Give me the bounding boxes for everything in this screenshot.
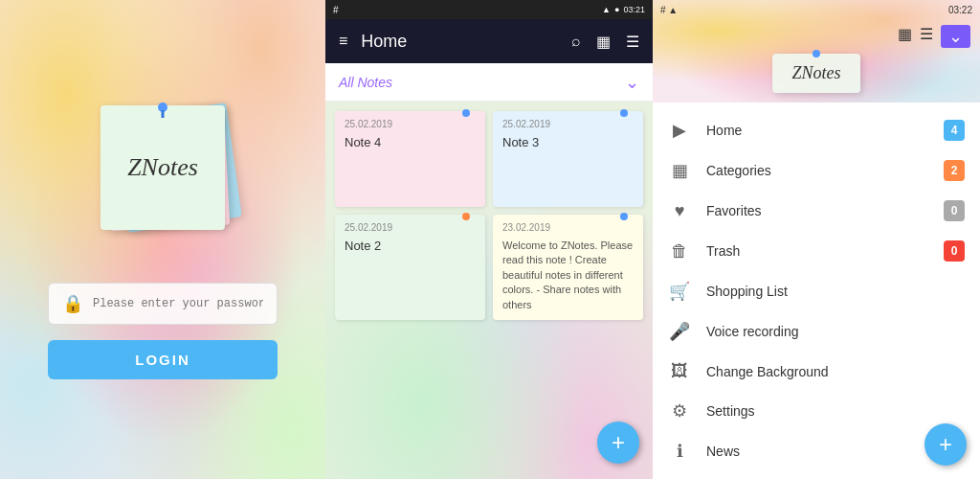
note-title-3: Note 2 — [345, 239, 476, 253]
drawer-chevron[interactable]: ⌄ — [941, 25, 970, 48]
drawer-item-voice[interactable]: 🎤 Voice recording — [653, 311, 980, 352]
drawer-label-background: Change Background — [706, 364, 965, 379]
drawer-status-time: 03:22 — [948, 5, 972, 15]
drawer-fab-button[interactable]: + — [924, 423, 967, 466]
note-item[interactable]: 25.02.2019 Note 4 — [335, 111, 485, 207]
sort-icon-2[interactable]: ☰ — [624, 31, 641, 53]
notes-grid: 25.02.2019 Note 4 25.02.2019 Note 3 25.0… — [325, 102, 653, 330]
drawer-app-title: ZNotes — [791, 63, 840, 82]
drawer-item-home[interactable]: ▶ Home 4 — [653, 110, 980, 150]
trash-badge: 0 — [944, 240, 965, 262]
note-pin-4 — [620, 213, 628, 220]
drawer-label-voice: Voice recording — [706, 324, 965, 339]
app-bar-2: ≡ Home ⌕ ▦ ☰ — [325, 19, 653, 63]
fab-button-2[interactable]: + — [597, 422, 639, 464]
filter-label: All Notes — [339, 75, 392, 90]
password-input[interactable] — [93, 297, 263, 310]
voice-icon: 🎤 — [668, 321, 691, 342]
note-date-1: 25.02.2019 — [345, 119, 476, 129]
drawer-header: # ▲ 03:22 ▦ ☰ ⌄ ZNotes — [653, 0, 980, 103]
notes-panel: # ▲ ● 03:21 ≡ Home ⌕ ▦ ☰ All Notes ⌄ 25.… — [325, 0, 653, 479]
categories-icon: ▦ — [668, 160, 691, 181]
drawer-label-settings: Settings — [706, 403, 965, 419]
filter-bar[interactable]: All Notes ⌄ — [325, 63, 653, 102]
note-pin-3 — [462, 213, 470, 220]
note-title-2: Note 3 — [502, 135, 634, 149]
lock-icon: 🔒 — [62, 293, 83, 314]
drawer-note-pin — [813, 50, 820, 57]
trash-icon: 🗑 — [668, 241, 691, 262]
grid-icon-2[interactable]: ▦ — [594, 31, 612, 53]
drawer-sort-icon[interactable]: ☰ — [920, 25, 933, 48]
status-icons-2: ▲ ● 03:21 — [602, 5, 645, 14]
drawer-content: ▶ Home 4 ▦ Categories 2 ♥ Favorites 0 — [653, 103, 980, 479]
drawer-label-categories: Categories — [706, 163, 928, 178]
filter-chevron[interactable]: ⌄ — [625, 72, 639, 93]
categories-badge: 2 — [944, 160, 965, 181]
favorites-icon: ♥ — [668, 201, 691, 221]
notes-content: 25.02.2019 Note 4 25.02.2019 Note 3 25.0… — [325, 102, 653, 479]
note-title-1: Note 4 — [345, 135, 476, 149]
note-body-4: Welcome to ZNotes. Please read this note… — [502, 239, 634, 312]
drawer-note-card: ZNotes — [772, 54, 859, 93]
home-badge: 4 — [944, 120, 965, 141]
note-item[interactable]: 23.02.2019 Welcome to ZNotes. Please rea… — [493, 215, 643, 320]
status-time-2: 03:21 — [623, 5, 645, 14]
status-left-2: # — [333, 5, 339, 15]
drawer-grid-icon[interactable]: ▦ — [898, 25, 912, 48]
drawer-top-icons: ▦ ☰ ⌄ — [653, 19, 980, 54]
menu-icon-2[interactable]: ≡ — [337, 31, 349, 52]
drawer-item-shopping[interactable]: 🛒 Shopping List — [653, 271, 980, 311]
search-icon-2[interactable]: ⌕ — [569, 31, 583, 52]
drawer-status-bar: # ▲ 03:22 — [653, 0, 980, 19]
news-icon: ℹ — [668, 441, 691, 462]
login-button[interactable]: LOGIN — [48, 340, 278, 379]
note-stack: ZNotes — [86, 101, 239, 254]
app-bar-title-2: Home — [361, 32, 558, 52]
note-date-3: 25.02.2019 — [345, 222, 476, 233]
login-panel: ZNotes 🔒 LOGIN — [0, 0, 325, 479]
note-pin-2 — [620, 109, 628, 117]
drawer-item-categories[interactable]: ▦ Categories 2 — [653, 150, 980, 191]
settings-icon: ⚙ — [668, 400, 691, 422]
drawer-item-trash[interactable]: 🗑 Trash 0 — [653, 231, 980, 271]
note-date-2: 25.02.2019 — [502, 119, 634, 129]
note-pin — [158, 103, 167, 112]
drawer-label-shopping: Shopping List — [706, 284, 965, 299]
shopping-icon: 🛒 — [668, 281, 691, 302]
drawer-panel: # ▲ 03:22 ▦ ☰ ⌄ ZNotes ▶ Home — [653, 0, 980, 479]
note-pin-1 — [462, 109, 470, 117]
note-main: ZNotes — [100, 105, 225, 230]
note-item[interactable]: 25.02.2019 Note 3 — [493, 111, 643, 207]
note-date-4: 23.02.2019 — [502, 222, 634, 233]
password-field[interactable]: 🔒 — [48, 283, 278, 325]
drawer-item-background[interactable]: 🖼 Change Background — [653, 352, 980, 391]
status-bar-2: # ▲ ● 03:21 — [325, 0, 653, 19]
drawer-label-trash: Trash — [706, 243, 928, 259]
drawer-logo-area: ZNotes — [653, 54, 980, 93]
drawer-menu: ▶ Home 4 ▦ Categories 2 ♥ Favorites 0 — [653, 103, 980, 479]
drawer-label-home: Home — [706, 123, 928, 138]
app-title-login: ZNotes — [127, 153, 198, 182]
drawer-label-favorites: Favorites — [706, 203, 928, 218]
drawer-status-left: # ▲ — [660, 5, 678, 15]
background-icon: 🖼 — [668, 361, 691, 381]
note-item[interactable]: 25.02.2019 Note 2 — [335, 215, 485, 320]
favorites-badge: 0 — [944, 200, 965, 221]
drawer-item-settings[interactable]: ⚙ Settings — [653, 391, 980, 431]
drawer-item-favorites[interactable]: ♥ Favorites 0 — [653, 191, 980, 231]
home-icon: ▶ — [668, 120, 691, 141]
